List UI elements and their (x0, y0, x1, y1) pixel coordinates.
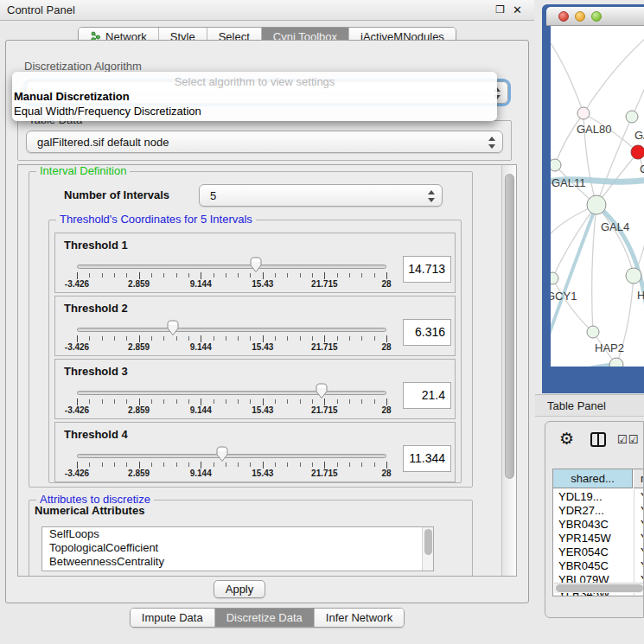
close-window-icon[interactable]: ✕ (513, 3, 522, 16)
cell-name[interactable]: YER0 (641, 545, 644, 559)
attributes-scrollbar[interactable] (422, 527, 433, 571)
settings-scroll-viewport: Interval Definition Number of Intervals … (17, 164, 517, 577)
network-node-label: GAL80 (577, 123, 611, 136)
threshold-value-field[interactable]: 21.4 (403, 382, 451, 409)
network-canvas[interactable]: GAL80GACGAL11GAL4GCY1HHAP2 (551, 26, 644, 367)
attribute-list-item[interactable]: BetweennessCentrality (42, 555, 433, 569)
attribute-list-item[interactable]: SelfLoops (42, 527, 433, 541)
thresholds-group-title: Threshold's Coordinates for 5 Intervals (56, 214, 256, 226)
float-window-icon[interactable]: ❒ (495, 3, 505, 16)
threshold-value-field[interactable]: 6.316 (403, 319, 451, 346)
table-data-combobox[interactable]: galFiltered.sif default node (26, 131, 503, 153)
traffic-light-minimize-icon[interactable] (575, 11, 585, 22)
combo-stepper-icon (488, 136, 495, 150)
network-node-label: GAL4 (601, 220, 629, 233)
table-panel-window: ⚙ ☑☑ shared... n... YDL19...YDL1YDR27...… (545, 421, 644, 618)
cell-shared-name[interactable]: YDL19... (558, 490, 633, 504)
slider-tick-label: 2.859 (112, 342, 167, 352)
apply-button[interactable]: Apply (214, 580, 265, 598)
attribute-list-item[interactable]: TopologicalCoefficient (42, 541, 433, 555)
network-node[interactable] (626, 268, 641, 284)
control-panel-titlebar: Control Panel ❒ ✕ (0, 0, 534, 21)
viewport-scrollbar-thumb[interactable] (505, 174, 514, 479)
network-node[interactable] (551, 159, 561, 171)
threshold-slider-thumb[interactable] (249, 257, 263, 273)
viewport-scrollbar[interactable] (501, 165, 516, 576)
threshold-value-field[interactable]: 11.344 (403, 445, 451, 472)
slider-tick-label: 9.144 (173, 469, 228, 478)
network-node[interactable] (577, 107, 590, 119)
network-node-label: H (637, 289, 644, 302)
table-row[interactable]: YPR145WYPR1 (553, 532, 644, 545)
network-node[interactable] (551, 272, 558, 284)
threshold-slider-track[interactable] (77, 454, 386, 458)
number-of-intervals-label: Number of Intervals (64, 188, 169, 201)
threshold-panel-1: Threshold 1-3.4262.8599.14415.4321.71528… (54, 233, 456, 293)
table-scrollbar-thumb[interactable] (556, 584, 643, 592)
interval-definition-title: Interval Definition (36, 165, 130, 177)
numerical-attributes-list[interactable]: SelfLoopsTopologicalCoefficientBetweenne… (41, 526, 434, 571)
threshold-slider-track[interactable] (77, 328, 386, 332)
cell-shared-name[interactable]: YDR27... (558, 504, 633, 518)
table-row[interactable]: YBR043CYBR0 (553, 518, 644, 532)
table-row[interactable]: YBR045CYBR0 (553, 559, 644, 573)
node-attribute-table[interactable]: shared... n... YDL19...YDL1YDR27...YDR2Y… (552, 469, 644, 596)
slider-tick-label: 15.43 (235, 342, 290, 352)
slider-tick-label: -3.426 (49, 469, 105, 478)
network-node-label: GAL11 (552, 176, 586, 189)
network-edge (583, 38, 644, 113)
threshold-value-field[interactable]: 14.713 (403, 256, 451, 283)
tab-discretize-data[interactable]: Discretize Data (214, 609, 314, 627)
table-panel-titlebar: Table Panel (535, 394, 644, 417)
network-node[interactable] (587, 195, 606, 214)
network-node[interactable] (631, 145, 644, 159)
traffic-light-zoom-icon[interactable] (591, 11, 602, 22)
network-edge (592, 205, 596, 332)
table-horizontal-scrollbar[interactable] (554, 583, 644, 593)
gear-icon[interactable]: ⚙ (559, 429, 574, 449)
checkbox-icons[interactable]: ☑☑ (617, 433, 639, 446)
network-node[interactable] (626, 111, 638, 123)
cell-shared-name[interactable]: YBR045C (558, 559, 633, 573)
cell-name[interactable]: YDL1 (641, 490, 644, 504)
attributes-scrollbar-thumb[interactable] (424, 529, 432, 555)
traffic-light-close-icon[interactable] (558, 11, 569, 22)
tab-impute-data[interactable]: Impute Data (131, 609, 214, 627)
column-header-name[interactable]: n... (634, 469, 644, 488)
threshold-slider-track[interactable] (77, 391, 386, 395)
tab-infer-network[interactable]: Infer Network (314, 609, 404, 627)
threshold-slider-thumb[interactable] (215, 446, 229, 462)
slider-tick-label: 15.43 (235, 405, 290, 415)
network-node[interactable] (587, 326, 599, 338)
table-row[interactable]: YER054CYER0 (553, 545, 644, 559)
cell-name[interactable]: YBR0 (641, 518, 644, 532)
cell-name[interactable]: YDR2 (641, 504, 644, 518)
threshold-panel-2: Threshold 2-3.4262.8599.14415.4321.71528… (54, 296, 456, 356)
algorithm-option-manual[interactable]: Manual Discretization (14, 90, 130, 103)
tab-label: Impute Data (142, 609, 203, 627)
combo-stepper-icon (427, 189, 435, 203)
slider-major-ticks (77, 399, 387, 405)
cell-name[interactable]: YBR0 (641, 559, 644, 573)
number-of-intervals-combobox[interactable]: 5 (199, 184, 443, 207)
threshold-slider-track[interactable] (77, 265, 386, 269)
slider-tick-label: 21.715 (296, 342, 352, 352)
threshold-slider-thumb[interactable] (315, 383, 328, 399)
column-header-shared-name[interactable]: shared... (553, 469, 633, 488)
algorithm-placeholder-option[interactable]: Select algorithm to view settings (12, 75, 497, 88)
network-edge (632, 52, 644, 117)
network-edge (551, 43, 583, 113)
cell-shared-name[interactable]: YER054C (558, 545, 633, 559)
cell-name[interactable]: YPR1 (641, 532, 644, 545)
threshold-slider-thumb[interactable] (166, 320, 180, 336)
slider-major-ticks (77, 462, 387, 469)
table-row[interactable]: YDL19...YDL1 (553, 490, 644, 504)
table-row[interactable]: YDR27...YDR2 (553, 504, 644, 518)
cell-shared-name[interactable]: YPR145W (558, 532, 633, 545)
threshold-label: Threshold 4 (64, 428, 128, 441)
columns-icon[interactable] (590, 432, 606, 447)
number-of-intervals-value: 5 (210, 189, 216, 202)
algorithm-option-equal-width[interactable]: Equal Width/Frequency Discretization (14, 105, 201, 118)
cell-shared-name[interactable]: YBR043C (558, 518, 633, 532)
slider-tick-label: 15.43 (235, 469, 290, 478)
